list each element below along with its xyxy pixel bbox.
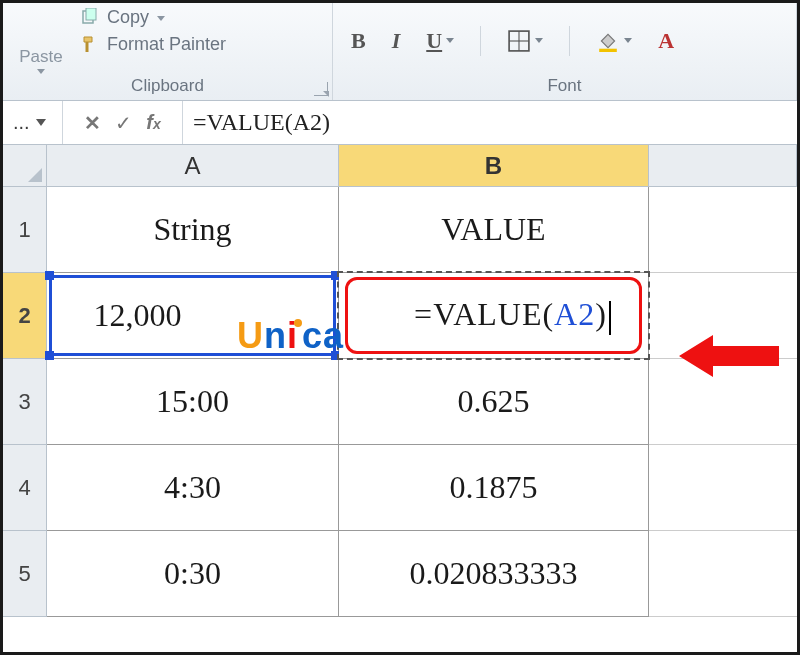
borders-button[interactable] xyxy=(507,30,543,52)
chevron-down-icon xyxy=(157,16,165,21)
cell-B3[interactable]: 0.625 xyxy=(339,359,649,445)
fill-color-button[interactable] xyxy=(596,30,632,52)
clipboard-group-label: Clipboard xyxy=(11,74,324,100)
row-header-1[interactable]: 1 xyxy=(3,187,47,273)
name-box[interactable]: ... xyxy=(3,101,63,144)
row-header-3[interactable]: 3 xyxy=(3,359,47,445)
row-header-2[interactable]: 2 xyxy=(3,273,47,359)
cell-A4[interactable]: 4:30 xyxy=(47,445,339,531)
fx-icon[interactable]: fx xyxy=(146,111,160,134)
ribbon: Paste Copy Format Painter xyxy=(3,3,797,101)
cell-B1[interactable]: VALUE xyxy=(339,187,649,273)
svg-marker-6 xyxy=(679,335,779,377)
cell-C1[interactable] xyxy=(649,187,797,273)
cell-B2-editing[interactable]: =VALUE(A2) xyxy=(339,273,649,359)
row-header-5[interactable]: 5 xyxy=(3,531,47,617)
underline-button[interactable]: U xyxy=(426,28,454,54)
cell-A5[interactable]: 0:30 xyxy=(47,531,339,617)
borders-icon xyxy=(507,30,531,52)
annotation-arrow-icon xyxy=(679,329,779,387)
separator xyxy=(569,26,570,56)
font-group-label: Font xyxy=(341,74,788,100)
cell-C4[interactable] xyxy=(649,445,797,531)
row-header-4[interactable]: 4 xyxy=(3,445,47,531)
chevron-down-icon xyxy=(36,119,46,126)
paste-button[interactable]: Paste xyxy=(11,7,71,74)
formula-input[interactable]: =VALUE(A2) xyxy=(183,109,797,136)
paint-bucket-icon xyxy=(596,30,620,52)
cancel-icon[interactable]: ✕ xyxy=(84,111,101,135)
format-painter-button[interactable]: Format Painter xyxy=(79,34,226,55)
separator xyxy=(480,26,481,56)
italic-button[interactable]: I xyxy=(392,28,401,54)
cell-B5[interactable]: 0.020833333 xyxy=(339,531,649,617)
copy-label: Copy xyxy=(107,7,149,28)
svg-rect-5 xyxy=(599,48,617,51)
brush-icon xyxy=(79,35,101,55)
column-header-C[interactable] xyxy=(649,145,797,187)
cell-A1[interactable]: String xyxy=(47,187,339,273)
column-header-B[interactable]: B xyxy=(339,145,649,187)
chevron-down-icon xyxy=(624,38,632,43)
spreadsheet-grid: A B 1 String VALUE 2 12,000 =VALUE(A2) 3… xyxy=(3,145,797,617)
column-header-A[interactable]: A xyxy=(47,145,339,187)
cell-A2[interactable]: 12,000 xyxy=(47,273,339,359)
svg-rect-1 xyxy=(86,8,96,20)
text-cursor xyxy=(609,301,611,335)
font-color-icon: A xyxy=(658,28,674,54)
cell-C5[interactable] xyxy=(649,531,797,617)
font-color-button[interactable]: A xyxy=(658,28,674,54)
chevron-down-icon xyxy=(446,38,454,43)
paste-label: Paste xyxy=(19,47,62,67)
bold-button[interactable]: B xyxy=(351,28,366,54)
cell-B4[interactable]: 0.1875 xyxy=(339,445,649,531)
enter-icon[interactable]: ✓ xyxy=(115,111,132,135)
cell-A3[interactable]: 15:00 xyxy=(47,359,339,445)
copy-icon xyxy=(79,8,101,28)
dialog-launcher-icon[interactable] xyxy=(314,82,328,96)
cell-formula-text: =VALUE(A2) xyxy=(376,296,611,335)
formula-bar: ... ✕ ✓ fx =VALUE(A2) xyxy=(3,101,797,145)
format-painter-label: Format Painter xyxy=(107,34,226,55)
copy-button[interactable]: Copy xyxy=(79,7,226,28)
chevron-down-icon xyxy=(535,38,543,43)
select-all-corner[interactable] xyxy=(3,145,47,187)
